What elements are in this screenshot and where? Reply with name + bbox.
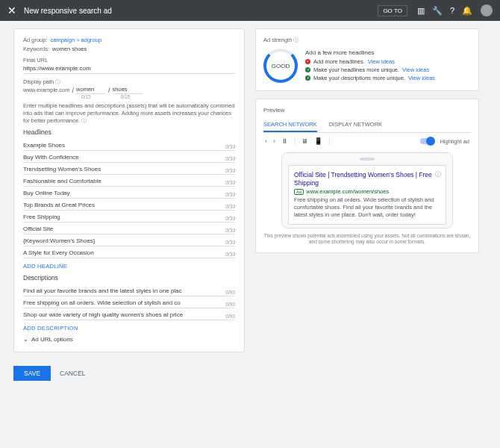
headline-input[interactable]: Buy With Confidence0/30	[23, 151, 235, 163]
tab-search-network[interactable]: SEARCH NETWORK	[263, 118, 317, 132]
device-frame: ⓘ Official Site | Trendsetting Women's S…	[281, 152, 453, 228]
form-panel: Ad group: campaign > adgroup Keywords: w…	[13, 28, 245, 352]
ad-badge: Ad	[294, 189, 304, 195]
keywords-value: women shoes	[52, 46, 87, 52]
description-input[interactable]: Free shipping on all orders. Wide select…	[23, 296, 235, 308]
page-title: New responsive search ad	[24, 7, 378, 15]
ad-url-options[interactable]: ⌄ Ad URL options	[23, 336, 235, 343]
status-icon: ✓	[305, 67, 310, 72]
close-icon[interactable]: ✕	[7, 4, 16, 16]
headline-input[interactable]: Top Brands at Great Prices0/30	[23, 199, 235, 211]
highlight-toggle[interactable]	[420, 138, 434, 144]
topbar: ✕ New responsive search ad GO TO ▥ 🔧 ? 🔔	[0, 0, 500, 21]
path1-input[interactable]: women	[76, 86, 106, 94]
headline-input[interactable]: {Keyword:Women's Shoes}0/30	[23, 234, 235, 246]
keywords-label: Keywords:	[23, 46, 49, 52]
adgroup-link[interactable]: campaign > adgroup	[51, 37, 102, 43]
tab-display-network[interactable]: DISPLAY NETWORK	[329, 118, 382, 132]
headline-input[interactable]: Official Site0/30	[23, 223, 235, 234]
preview-label: Preview	[263, 107, 471, 113]
headline-input[interactable]: Trendsetting Women's Shoes0/30	[23, 163, 235, 175]
headline-input[interactable]: Free Shipping0/30	[23, 211, 235, 223]
preview-card: Preview SEARCH NETWORK DISPLAY NETWORK ‹…	[255, 99, 479, 253]
prev-icon[interactable]: ‹	[265, 137, 267, 145]
mobile-icon[interactable]: 📱	[314, 137, 322, 145]
final-url-label: Final URL	[23, 57, 235, 63]
chart-icon[interactable]: ▥	[417, 6, 425, 16]
add-description-button[interactable]: ADD DESCRIPTION	[23, 325, 235, 332]
ad-description: Free shipping on all orders. Wide select…	[294, 196, 440, 218]
strength-item: ✓Make your headlines more unique. View i…	[305, 66, 435, 73]
desktop-icon[interactable]: 🖥	[301, 137, 308, 145]
adgroup-label: Ad group:	[23, 37, 48, 43]
display-path-label: Display path	[23, 78, 54, 85]
cancel-button[interactable]: CANCEL	[60, 370, 85, 377]
strength-item: ✓Make your descriptions more unique. Vie…	[305, 75, 435, 81]
ad-url: www.example.com/women/shoes	[306, 188, 389, 195]
ad-strength-label: Ad strength	[263, 37, 292, 43]
help-icon[interactable]: ?	[450, 6, 454, 15]
strength-item: •Add more headlines. View ideas	[305, 58, 435, 65]
notifications-icon[interactable]: 🔔	[462, 6, 472, 16]
status-icon: •	[305, 59, 310, 64]
info-icon[interactable]: ⓘ	[293, 37, 299, 43]
view-ideas-link[interactable]: View ideas	[368, 58, 395, 65]
pause-icon[interactable]: ⏸	[281, 137, 288, 145]
add-headline-button[interactable]: ADD HEADLINE	[23, 263, 235, 270]
headline-input[interactable]: Example Shoes0/30	[23, 139, 235, 151]
view-ideas-link[interactable]: View ideas	[402, 66, 429, 73]
highlight-label: Highlight ad	[440, 138, 469, 145]
avatar[interactable]	[481, 4, 493, 16]
strength-ring: GOOD	[263, 49, 298, 83]
ad-strength-card: Ad strength ⓘ GOOD Add a few more headli…	[255, 28, 479, 91]
info-icon[interactable]: ⓘ	[55, 79, 60, 84]
headline-input[interactable]: Buy Online Today0/30	[23, 187, 235, 199]
save-button[interactable]: SAVE	[13, 366, 51, 381]
chevron-down-icon: ⌄	[23, 336, 28, 343]
ad-title: Official Site | Trendsetting Women's Sho…	[294, 171, 440, 187]
display-base: www.example.com	[23, 87, 70, 93]
next-icon[interactable]: ›	[273, 137, 275, 145]
info-icon[interactable]: ⓘ	[81, 118, 87, 123]
path1-counter: 0/15	[81, 94, 91, 99]
path2-input[interactable]: shoes	[113, 86, 143, 94]
headline-input[interactable]: A Style for Every Occasion0/30	[23, 246, 235, 258]
final-url-input[interactable]	[23, 63, 235, 74]
intro-text: Enter multiple headlines and description…	[23, 102, 234, 124]
view-ideas-link[interactable]: View ideas	[408, 75, 435, 81]
description-input[interactable]: Find all your favorite brands and the la…	[23, 284, 235, 296]
path2-counter: 0/15	[121, 94, 131, 99]
headlines-title: Headlines	[23, 128, 235, 136]
goto-button[interactable]: GO TO	[378, 5, 407, 16]
preview-note: This preview shows potential ads assembl…	[263, 233, 471, 246]
description-input[interactable]: Shop our wide variety of high quality wo…	[23, 308, 235, 320]
headline-input[interactable]: Fashionable and Comfortable0/30	[23, 175, 235, 187]
status-icon: ✓	[305, 75, 310, 81]
descriptions-title: Descriptions	[23, 274, 235, 281]
strength-heading: Add a few more headlines	[305, 49, 435, 56]
tools-icon[interactable]: 🔧	[432, 6, 443, 16]
ad-preview: ⓘ Official Site | Trendsetting Women's S…	[288, 165, 446, 225]
info-icon[interactable]: ⓘ	[435, 170, 441, 178]
